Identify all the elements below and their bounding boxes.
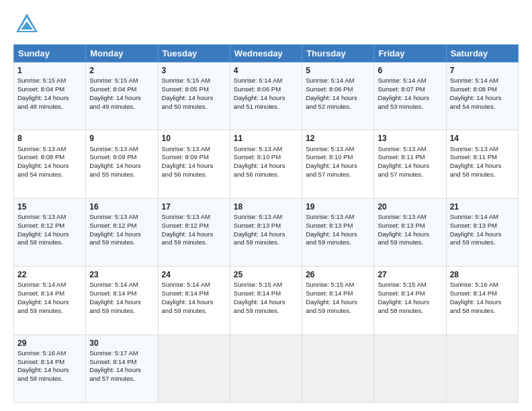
day-info-line: Daylight: 14 hours [378,162,442,171]
day-number: 20 [378,201,442,212]
day-number: 10 [162,133,226,144]
day-info-line: Sunrise: 5:14 AM [89,281,154,289]
day-info-line: Sunset: 8:08 PM [17,153,82,162]
day-info-line: Daylight: 14 hours [378,298,442,307]
day-number: 17 [162,201,226,212]
day-number: 5 [306,65,370,76]
calendar-cell: 30Sunrise: 5:17 AMSunset: 8:14 PMDayligh… [86,334,158,402]
calendar-cell: 27Sunrise: 5:15 AMSunset: 8:14 PMDayligh… [374,267,446,334]
day-number: 24 [162,269,226,280]
calendar-cell: 29Sunrise: 5:16 AMSunset: 8:14 PMDayligh… [14,334,86,402]
calendar-cell: 18Sunrise: 5:13 AMSunset: 8:13 PMDayligh… [230,198,302,266]
day-info-line: and 50 minutes. [162,103,226,111]
day-info-line: Daylight: 14 hours [450,230,515,239]
day-info-line: Sunrise: 5:13 AM [162,213,226,222]
day-info-line: Sunset: 8:13 PM [378,222,442,230]
day-info-line: Sunset: 8:14 PM [17,358,82,367]
day-info-line: Sunset: 8:05 PM [162,85,226,94]
day-info-line: Sunset: 8:06 PM [234,85,298,94]
day-info-line: and 59 minutes. [89,307,154,316]
day-info-line: Daylight: 14 hours [17,230,82,239]
day-info-line: Sunset: 8:13 PM [450,222,515,230]
calendar-cell [158,334,230,402]
calendar-week-1: 1Sunrise: 5:15 AMSunset: 8:04 PMDaylight… [14,62,519,130]
calendar-cell: 13Sunrise: 5:13 AMSunset: 8:11 PMDayligh… [374,130,446,198]
day-info-line: and 58 minutes. [450,307,515,316]
day-info-line: Sunrise: 5:16 AM [17,349,82,358]
day-info-line: and 58 minutes. [17,238,82,247]
day-info-line: Daylight: 14 hours [306,298,370,307]
day-number: 15 [17,201,82,212]
day-info-line: Sunset: 8:14 PM [89,289,154,298]
day-info-line: Sunrise: 5:13 AM [89,213,154,222]
calendar-cell [446,334,518,402]
day-number: 18 [234,201,298,212]
day-info-line: Sunrise: 5:13 AM [378,213,442,222]
day-info-line: Sunrise: 5:13 AM [89,145,154,154]
calendar-cell: 11Sunrise: 5:13 AMSunset: 8:10 PMDayligh… [230,130,302,198]
day-info-line: and 56 minutes. [234,171,298,179]
day-info-line: Sunrise: 5:15 AM [378,281,442,289]
day-info-line: Sunset: 8:14 PM [17,289,82,298]
day-info-line: and 57 minutes. [89,375,154,383]
day-info-line: Sunrise: 5:15 AM [89,77,154,85]
calendar-cell: 16Sunrise: 5:13 AMSunset: 8:12 PMDayligh… [86,198,158,266]
calendar-cell: 28Sunrise: 5:16 AMSunset: 8:14 PMDayligh… [446,267,518,334]
day-info-line: Daylight: 14 hours [234,94,298,103]
col-wednesday: Wednesday [230,45,302,62]
day-info-line: and 59 minutes. [450,238,515,247]
day-info-line: Daylight: 14 hours [378,230,442,239]
day-number: 26 [306,269,370,280]
calendar-cell: 6Sunrise: 5:14 AMSunset: 8:07 PMDaylight… [374,62,446,130]
day-info-line: Sunrise: 5:15 AM [234,281,298,289]
day-info-line: Daylight: 14 hours [234,162,298,171]
calendar-week-2: 8Sunrise: 5:13 AMSunset: 8:08 PMDaylight… [14,130,519,198]
day-number: 16 [89,201,154,212]
calendar-week-5: 29Sunrise: 5:16 AMSunset: 8:14 PMDayligh… [14,334,519,402]
day-info-line: Sunset: 8:10 PM [234,153,298,162]
day-number: 7 [450,65,515,76]
day-info-line: Sunrise: 5:13 AM [306,213,370,222]
day-number: 22 [17,269,82,280]
day-number: 25 [234,269,298,280]
calendar-header-row: Sunday Monday Tuesday Wednesday Thursday… [14,45,519,62]
day-info-line: Daylight: 14 hours [306,162,370,171]
calendar-cell: 23Sunrise: 5:14 AMSunset: 8:14 PMDayligh… [86,267,158,334]
day-info-line: Daylight: 14 hours [162,230,226,239]
col-friday: Friday [374,45,446,62]
day-number: 4 [234,65,298,76]
day-info-line: Sunrise: 5:13 AM [162,145,226,154]
calendar-cell: 3Sunrise: 5:15 AMSunset: 8:05 PMDaylight… [158,62,230,130]
day-number: 13 [378,133,442,144]
calendar-cell: 25Sunrise: 5:15 AMSunset: 8:14 PMDayligh… [230,267,302,334]
day-info-line: Daylight: 14 hours [450,298,515,307]
col-sunday: Sunday [14,45,86,62]
day-info-line: Sunset: 8:06 PM [306,85,370,94]
day-info-line: and 56 minutes. [162,171,226,179]
day-number: 19 [306,201,370,212]
day-info-line: Sunset: 8:14 PM [450,289,515,298]
day-info-line: and 57 minutes. [306,171,370,179]
day-info-line: Sunset: 8:13 PM [306,222,370,230]
day-info-line: Daylight: 14 hours [17,94,82,103]
calendar-cell: 19Sunrise: 5:13 AMSunset: 8:13 PMDayligh… [302,198,374,266]
calendar-cell: 24Sunrise: 5:14 AMSunset: 8:14 PMDayligh… [158,267,230,334]
day-info-line: Sunrise: 5:13 AM [17,213,82,222]
day-info-line: Sunset: 8:14 PM [306,289,370,298]
calendar-cell: 15Sunrise: 5:13 AMSunset: 8:12 PMDayligh… [14,198,86,266]
calendar-cell: 9Sunrise: 5:13 AMSunset: 8:09 PMDaylight… [86,130,158,198]
calendar-cell: 22Sunrise: 5:14 AMSunset: 8:14 PMDayligh… [14,267,86,334]
day-info-line: Daylight: 14 hours [234,298,298,307]
day-info-line: Sunrise: 5:14 AM [450,77,515,85]
day-number: 12 [306,133,370,144]
calendar-cell: 21Sunrise: 5:14 AMSunset: 8:13 PMDayligh… [446,198,518,266]
day-info-line: and 59 minutes. [234,238,298,247]
day-number: 3 [162,65,226,76]
calendar-cell: 17Sunrise: 5:13 AMSunset: 8:12 PMDayligh… [158,198,230,266]
day-info-line: Daylight: 14 hours [89,366,154,375]
day-info-line: and 59 minutes. [306,307,370,316]
day-info-line: and 59 minutes. [162,307,226,316]
day-info-line: Sunrise: 5:13 AM [234,145,298,154]
day-info-line: Sunrise: 5:14 AM [450,213,515,222]
day-info-line: Sunset: 8:13 PM [234,222,298,230]
